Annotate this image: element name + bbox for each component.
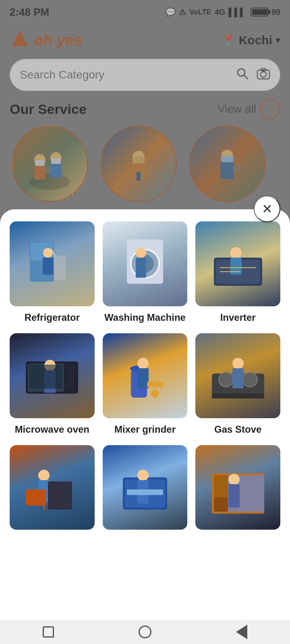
service-image-mixer (103, 333, 188, 418)
service-label-gas-stove: Gas Stove (214, 423, 261, 436)
service-image-extra3 (195, 445, 280, 530)
svg-rect-56 (232, 368, 244, 388)
wifi-signal: ▌▌▌ (228, 8, 246, 17)
view-all-button[interactable]: View all → (218, 99, 280, 119)
whatsapp-icon: 💬 (166, 7, 176, 17)
svg-point-36 (230, 247, 242, 258)
bottom-sheet: ✕ Refrigerator (0, 209, 290, 620)
service-image-extra2 (103, 445, 188, 530)
svg-point-5 (261, 72, 266, 77)
our-service-header: Our Service View all → (0, 99, 290, 126)
service-item-extra2[interactable] (103, 445, 188, 535)
search-icon[interactable] (236, 67, 249, 83)
signal-icon: 4G (215, 8, 226, 17)
service-item-extra3[interactable] (195, 445, 280, 535)
service-label-refrigerator: Refrigerator (25, 311, 80, 324)
svg-point-55 (232, 358, 244, 369)
close-button[interactable]: ✕ (254, 196, 280, 222)
location-selector[interactable]: 📍 Kochi ▾ (222, 33, 280, 47)
svg-rect-33 (136, 258, 146, 278)
view-all-arrow-icon: → (260, 99, 280, 119)
service-circle-item[interactable] (187, 126, 267, 202)
svg-rect-12 (50, 163, 62, 178)
battery-percent: 99 (271, 8, 280, 17)
nav-square-button[interactable] (39, 622, 58, 642)
service-label-mixer: Mixer grinder (114, 423, 176, 436)
service-circle-electrician (100, 126, 177, 202)
service-image-microwave (10, 333, 95, 418)
svg-rect-57 (212, 394, 264, 398)
svg-rect-16 (133, 157, 145, 163)
svg-rect-72 (228, 484, 240, 508)
svg-point-48 (137, 358, 149, 369)
service-item-extra1[interactable] (10, 445, 95, 535)
svg-rect-50 (147, 382, 163, 387)
svg-rect-67 (127, 489, 163, 495)
service-image-gas-stove (195, 333, 280, 418)
svg-point-25 (43, 248, 53, 258)
svg-rect-73 (214, 497, 228, 512)
volte-icon: VoLTE (189, 8, 211, 17)
svg-rect-20 (221, 156, 233, 162)
service-label-microwave: Microwave oven (15, 423, 89, 436)
svg-point-53 (219, 372, 233, 387)
svg-rect-61 (48, 481, 72, 510)
location-pin-icon: 📍 (222, 34, 236, 47)
svg-point-51 (151, 390, 159, 398)
service-image-washing-machine (103, 221, 188, 306)
svg-point-58 (38, 470, 50, 481)
service-item-refrigerator[interactable]: Refrigerator (10, 221, 95, 324)
svg-rect-9 (34, 165, 46, 180)
android-nav-bar (0, 620, 290, 644)
section-title: Our Service (10, 101, 87, 117)
service-label-inverter: Inverter (220, 311, 256, 324)
svg-point-54 (243, 372, 257, 387)
service-image-extra1 (10, 445, 95, 530)
service-item-gas-stove[interactable]: Gas Stove (195, 333, 280, 436)
service-circle-item[interactable] (10, 126, 90, 202)
svg-rect-17 (137, 172, 141, 181)
search-action-icons (236, 67, 270, 83)
close-icon: ✕ (262, 201, 273, 217)
nav-back-button[interactable] (232, 622, 251, 642)
logo-area: oh yes (10, 28, 82, 52)
service-item-mixer[interactable]: Mixer grinder (103, 333, 188, 436)
service-item-inverter[interactable]: Inverter (195, 221, 280, 324)
camera-icon[interactable] (257, 67, 270, 83)
svg-rect-19 (220, 161, 234, 179)
svg-rect-26 (43, 258, 53, 275)
header: oh yes 📍 Kochi ▾ (0, 24, 290, 59)
location-label: Kochi (239, 33, 272, 47)
svg-rect-10 (35, 160, 45, 166)
nav-circle-icon (139, 625, 151, 638)
svg-rect-13 (51, 158, 61, 164)
svg-rect-49 (137, 368, 149, 388)
service-circle-plumber (189, 126, 265, 202)
search-bar[interactable] (10, 59, 280, 91)
nav-home-button[interactable] (135, 622, 155, 642)
svg-rect-28 (54, 256, 66, 280)
search-input[interactable] (20, 68, 236, 81)
view-all-label: View all (218, 103, 256, 116)
service-item-washing-machine[interactable]: Washing Machine (103, 221, 188, 324)
status-time: 2:48 PM (10, 6, 49, 19)
service-circle-workers (12, 126, 88, 202)
svg-point-1 (17, 37, 23, 43)
svg-rect-45 (29, 365, 63, 389)
battery-icon (251, 8, 268, 17)
svg-rect-42 (65, 365, 75, 390)
service-label-washing-machine: Washing Machine (104, 311, 186, 324)
nav-back-icon (236, 625, 247, 639)
status-bar: 2:48 PM 💬 ⚠ VoLTE 4G ▌▌▌ 99 (0, 0, 290, 24)
service-image-refrigerator (10, 221, 95, 306)
service-item-microwave[interactable]: Microwave oven (10, 333, 95, 436)
logo-icon (10, 28, 30, 52)
svg-rect-60 (26, 489, 46, 506)
svg-point-71 (228, 474, 240, 485)
service-image-inverter (195, 221, 280, 306)
logo-text: oh yes (34, 32, 82, 49)
svg-rect-21 (232, 167, 242, 170)
nav-square-icon (43, 626, 54, 638)
service-circle-item[interactable] (98, 126, 179, 202)
status-icons: 💬 ⚠ VoLTE 4G ▌▌▌ 99 (166, 7, 280, 17)
